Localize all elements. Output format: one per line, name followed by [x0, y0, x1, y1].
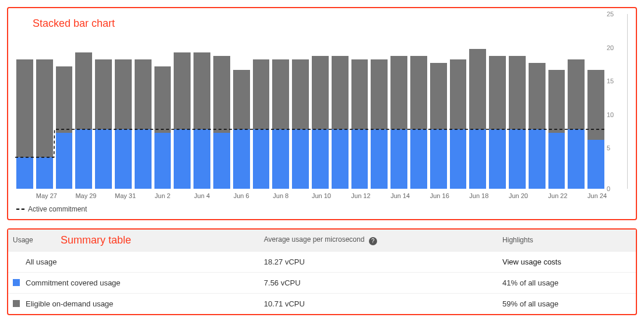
x-tick: May 31 — [115, 192, 132, 199]
bar-segment-commit — [509, 129, 526, 189]
header-avg: Average usage per microsecond ? — [259, 230, 498, 251]
bar-segment-commit — [371, 129, 388, 189]
legend-swatch — [13, 279, 20, 286]
bar[interactable] — [371, 14, 388, 189]
bar-segment-commit — [489, 129, 506, 189]
summary-table: Usage Average usage per microsecond ? Hi… — [8, 230, 636, 314]
bar-segment-ondemand — [135, 59, 152, 129]
bar-segment-ondemand — [332, 56, 349, 129]
legend-swatch — [13, 258, 20, 265]
bar-segment-commit — [16, 157, 33, 189]
x-tick — [135, 192, 152, 199]
table-row: Commitment covered usage7.56 vCPU41% of … — [8, 272, 636, 293]
help-icon[interactable]: ? — [369, 237, 377, 245]
bar-segment-ondemand — [371, 59, 388, 129]
bar[interactable] — [75, 14, 92, 189]
legend-swatch — [13, 300, 20, 307]
x-tick — [56, 192, 73, 199]
bar-segment-commit — [135, 129, 152, 189]
bar[interactable] — [213, 14, 230, 189]
x-tick: Jun 6 — [233, 192, 250, 199]
x-tick: Jun 10 — [312, 192, 329, 199]
bar-segment-commit — [410, 129, 427, 189]
view-usage-costs-link[interactable]: View usage costs — [502, 257, 561, 266]
stacked-bar-chart: 2520151050 May 27May 29May 31Jun 2Jun 4J… — [16, 14, 628, 213]
bar-segment-ondemand — [489, 56, 506, 129]
y-tick: 10 — [607, 111, 614, 118]
bar[interactable] — [36, 14, 53, 189]
bar[interactable] — [332, 14, 349, 189]
x-tick: Jun 24 — [587, 192, 604, 199]
bar-segment-commit — [587, 140, 604, 189]
usage-label: Eligible on-demand usage — [26, 299, 113, 308]
bar[interactable] — [95, 14, 112, 189]
bar-segment-ondemand — [213, 56, 230, 133]
bar[interactable] — [529, 14, 546, 189]
bar[interactable] — [56, 14, 73, 189]
x-tick: May 29 — [75, 192, 92, 199]
bar[interactable] — [469, 14, 486, 189]
bar[interactable] — [115, 14, 132, 189]
bar[interactable] — [253, 14, 270, 189]
x-tick — [489, 192, 506, 199]
y-axis: 2520151050 — [607, 14, 628, 189]
bar[interactable] — [16, 14, 33, 189]
bar[interactable] — [430, 14, 447, 189]
bar[interactable] — [410, 14, 427, 189]
bar-segment-commit — [95, 129, 112, 189]
bar[interactable] — [509, 14, 526, 189]
bar-segment-ondemand — [410, 56, 427, 129]
bar-segment-commit — [115, 129, 132, 189]
bar[interactable] — [390, 14, 407, 189]
bar[interactable] — [272, 14, 289, 189]
usage-label: Commitment covered usage — [26, 278, 121, 287]
bar-segment-ondemand — [469, 49, 486, 129]
bar[interactable] — [587, 14, 604, 189]
bar-segment-ondemand — [529, 63, 546, 129]
x-tick: Jun 8 — [272, 192, 289, 199]
header-highlights: Highlights — [498, 230, 636, 251]
x-tick: Jun 12 — [351, 192, 368, 199]
bar[interactable] — [351, 14, 368, 189]
x-tick — [292, 192, 309, 199]
bar-segment-commit — [154, 133, 171, 189]
bar-segment-ondemand — [509, 56, 526, 129]
x-tick — [213, 192, 230, 199]
x-tick: Jun 16 — [430, 192, 447, 199]
bar[interactable] — [489, 14, 506, 189]
bar-segment-ondemand — [56, 66, 73, 133]
bar[interactable] — [135, 14, 152, 189]
bar[interactable] — [233, 14, 250, 189]
cell-avg: 10.71 vCPU — [259, 293, 498, 314]
x-tick — [332, 192, 349, 199]
bar[interactable] — [154, 14, 171, 189]
bar-segment-ondemand — [16, 59, 33, 157]
bar-segment-ondemand — [568, 59, 585, 129]
bar[interactable] — [292, 14, 309, 189]
x-tick: Jun 2 — [154, 192, 171, 199]
x-tick — [16, 192, 33, 199]
x-tick: May 27 — [36, 192, 53, 199]
bar[interactable] — [568, 14, 585, 189]
x-tick — [410, 192, 427, 199]
bar-segment-ondemand — [587, 70, 604, 140]
bar-segment-ondemand — [75, 52, 92, 129]
bar-segment-commit — [529, 129, 546, 189]
header-usage: Usage — [8, 230, 259, 251]
bar[interactable] — [312, 14, 329, 189]
y-tick: 20 — [607, 44, 614, 51]
x-tick: Jun 4 — [193, 192, 210, 199]
bar-segment-commit — [174, 129, 191, 189]
cell-usage: All usage — [8, 251, 259, 272]
chart-legend: Active commitment — [16, 205, 628, 213]
table-row: All usage18.27 vCPUView usage costs — [8, 251, 636, 272]
bar[interactable] — [450, 14, 467, 189]
bar-segment-commit — [332, 129, 349, 189]
bar[interactable] — [193, 14, 210, 189]
bar[interactable] — [174, 14, 191, 189]
bar-segment-commit — [568, 129, 585, 189]
y-tick: 5 — [607, 144, 610, 151]
bar[interactable] — [548, 14, 565, 189]
bar-segment-commit — [450, 129, 467, 189]
bar-segment-ondemand — [253, 59, 270, 129]
